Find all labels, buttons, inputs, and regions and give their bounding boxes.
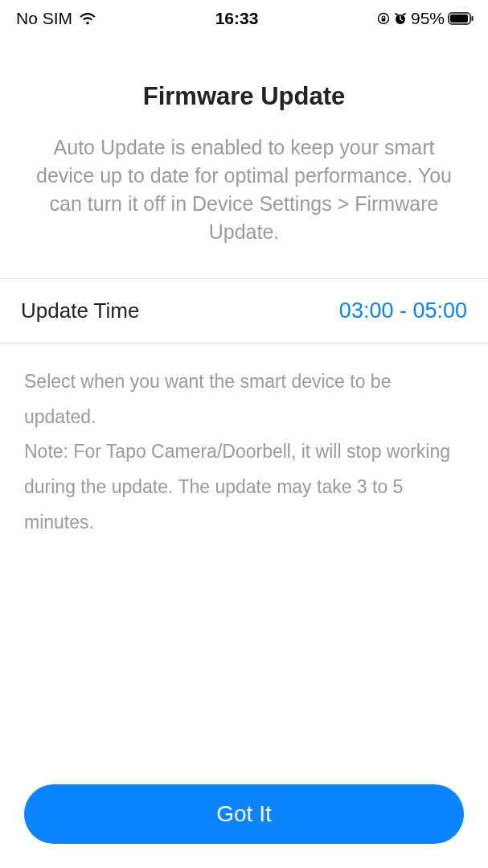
battery-percent: 95% xyxy=(411,9,445,28)
page-subtitle: Auto Update is enabled to keep your smar… xyxy=(32,134,456,246)
header: Firmware Update Auto Update is enabled t… xyxy=(0,34,488,278)
svg-rect-5 xyxy=(471,16,473,21)
status-time: 16:33 xyxy=(215,9,259,28)
update-time-description: Select when you want the smart device to… xyxy=(0,343,488,561)
wifi-icon xyxy=(79,12,96,25)
footer: Got It xyxy=(0,784,488,844)
page-title: Firmware Update xyxy=(32,82,456,111)
update-time-label: Update Time xyxy=(21,298,139,323)
sim-status: No SIM xyxy=(16,9,72,28)
status-left: No SIM xyxy=(16,9,96,28)
description-line2: Note: For Tapo Camera/Doorbell, it will … xyxy=(24,434,464,540)
status-bar: No SIM 16:33 95% xyxy=(0,0,488,34)
svg-rect-1 xyxy=(382,19,386,22)
orientation-lock-icon xyxy=(377,12,390,25)
got-it-button[interactable]: Got It xyxy=(24,784,464,844)
battery-icon xyxy=(448,12,474,25)
update-time-row[interactable]: Update Time 03:00 - 05:00 xyxy=(0,278,488,343)
svg-rect-4 xyxy=(450,14,468,23)
alarm-icon xyxy=(393,11,408,26)
status-right: 95% xyxy=(377,9,474,28)
description-line1: Select when you want the smart device to… xyxy=(24,364,464,434)
update-time-value: 03:00 - 05:00 xyxy=(339,298,467,323)
